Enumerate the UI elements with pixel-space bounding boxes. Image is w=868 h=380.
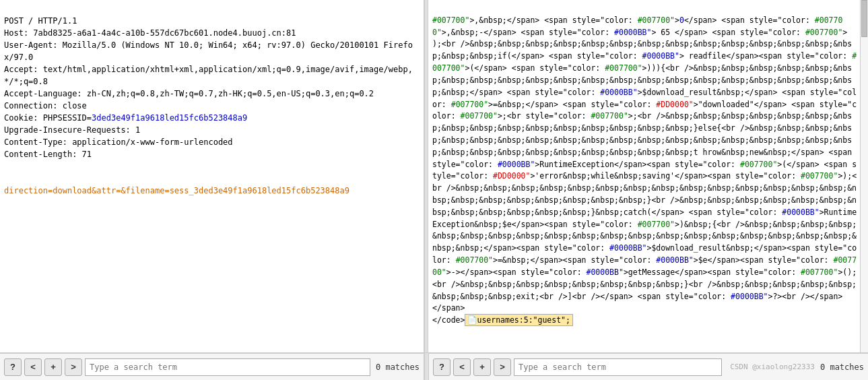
left-line-7: Cookie: PHPSESSID=3ded3e49f1a9618led15fc… [4,113,247,123]
right-help-button[interactable]: ? [433,358,450,376]
left-add-button[interactable]: + [44,358,62,376]
right-add-button[interactable]: + [473,358,491,376]
right-panel-content: #007700">,&nbsp;</span> <span style="col… [428,0,860,352]
highlight-result: 📄usernames:5:"guest"; [465,314,572,326]
left-line-9: Content-Type: application/x-www-form-url… [4,137,233,147]
left-line-4: Accept: text/html,application/xhtml+xml,… [4,65,413,86]
left-line-1: POST / HTTP/1.1 [4,16,77,26]
left-search-input[interactable] [85,358,370,376]
left-matches-label: 0 matches [373,362,420,372]
left-panel-content: POST / HTTP/1.1 Host: 7abd8325-a6a1-4a4c… [0,0,424,352]
left-line-6: Connection: close [4,101,87,110]
right-scrollbar-thumb[interactable] [861,0,867,37]
right-matches-label: 0 matches [817,362,864,372]
left-next-button[interactable]: > [65,358,82,376]
left-toolbar: ? < + > 0 matches [0,353,424,380]
right-prev-button[interactable]: < [453,358,471,376]
right-search-input[interactable] [514,358,722,376]
toolbar-divider [424,353,429,380]
left-line-2: Host: 7abd8325-a6a1-4a4c-a10b-557dc67bc6… [4,28,296,38]
left-line-5: Accept-Language: zh-CN,zh;q=0.8,zh-TW;q=… [4,89,374,98]
right-next-button[interactable]: > [494,358,511,376]
left-line-8: Upgrade-Insecure-Requests: 1 [4,125,140,135]
watermark-label: CSDN @xiaolong22333 [730,362,815,371]
left-post-data: direction=download&attr=&filename=sess_3… [4,186,349,195]
left-line-10: Content-Length: 71 [4,150,92,159]
right-scrollbar[interactable] [860,0,868,352]
right-toolbar: ? < + > CSDN @xiaolong22333 0 matches [429,353,868,380]
left-help-button[interactable]: ? [4,358,22,376]
left-prev-button[interactable]: < [24,358,42,376]
left-line-3: User-Agent: Mozilla/5.0 (Windows NT 10.0… [4,40,413,62]
